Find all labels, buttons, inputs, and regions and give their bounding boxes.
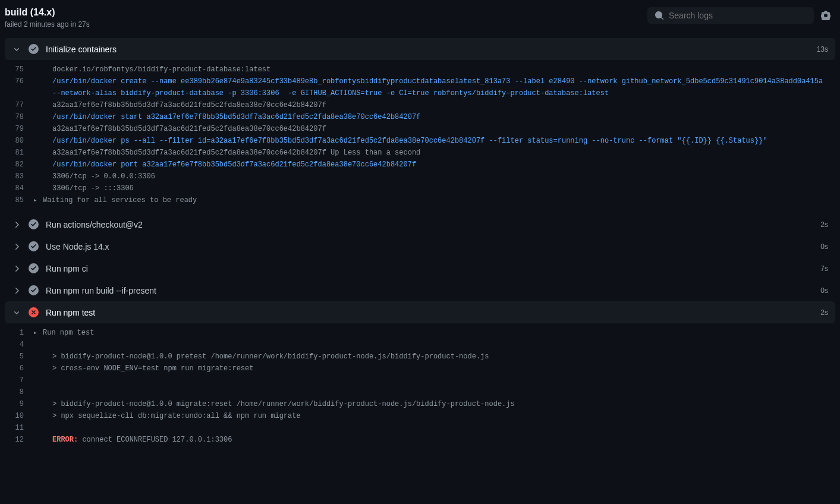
log-line: 80/usr/bin/docker ps --all --filter id=a…: [5, 135, 835, 147]
log-line-number: 83: [5, 171, 33, 182]
check-circle-icon: [29, 285, 39, 295]
log-line-number: 75: [5, 64, 33, 75]
step-name: Use Node.js 14.x: [46, 242, 813, 251]
log-line-number: 81: [5, 147, 33, 159]
check-circle-icon: [29, 44, 39, 54]
chevron-right-icon: [12, 264, 21, 273]
status-subtitle: failed 2 minutes ago in 27s: [5, 20, 90, 29]
chevron-right-icon: [12, 286, 21, 295]
step-row[interactable]: Use Node.js 14.x0s: [5, 235, 835, 257]
log-line-number: 5: [5, 351, 33, 363]
check-circle-icon: [29, 263, 39, 273]
log-line-number: 10: [5, 410, 33, 422]
step-name: Run npm ci: [46, 264, 813, 273]
log-line: 4: [5, 339, 835, 351]
log-text: /usr/bin/docker start a32aa17ef6e7f8bb35…: [43, 111, 835, 123]
chevron-right-icon: [12, 242, 21, 251]
step-duration: 13s: [817, 45, 828, 53]
log-text: > biddify-product-node@1.0.0 pretest /ho…: [43, 351, 835, 363]
log-block: 75docker.io/robfontys/biddify-product-da…: [5, 61, 835, 213]
header-right: [647, 7, 830, 24]
step-row[interactable]: Run npm test2s: [5, 301, 835, 323]
log-line-number: 79: [5, 123, 33, 135]
log-line: 78/usr/bin/docker start a32aa17ef6e7f8bb…: [5, 111, 835, 123]
log-line: 9> biddify-product-node@1.0.0 migrate:re…: [5, 398, 835, 410]
log-text: 3306/tcp -> 0.0.0.0:3306: [43, 171, 835, 182]
log-line: 5> biddify-product-node@1.0.0 pretest /h…: [5, 351, 835, 363]
log-line-number: 1: [5, 327, 33, 339]
log-line: 11: [5, 422, 835, 434]
chevron-right-icon: [12, 220, 21, 229]
log-line-number: 8: [5, 386, 33, 398]
check-circle-icon: [29, 241, 39, 251]
step-row[interactable]: Initialize containers13s: [5, 38, 835, 60]
header-left: build (14.x) failed 2 minutes ago in 27s: [5, 7, 90, 29]
log-line-number: 6: [5, 363, 33, 374]
log-line-number: 12: [5, 434, 33, 446]
log-caret: ▸: [33, 194, 43, 206]
step-row[interactable]: Run actions/checkout@v22s: [5, 213, 835, 235]
log-line: 6> cross-env NODE_ENV=test npm run migra…: [5, 363, 835, 374]
step-duration: 2s: [820, 308, 828, 317]
log-text: /usr/bin/docker ps --all --filter id=a32…: [43, 135, 835, 147]
log-line: 10> npx sequelize-cli db:migrate:undo:al…: [5, 410, 835, 422]
log-line: 12ERROR: connect ECONNREFUSED 127.0.0.1:…: [5, 434, 835, 446]
log-caret: ▸: [33, 327, 43, 339]
log-line: 77a32aa17ef6e7f8bb35bd5d3df7a3ac6d21fed5…: [5, 99, 835, 111]
log-line: 7: [5, 374, 835, 386]
log-text: Run npm test: [43, 327, 835, 339]
log-text: /usr/bin/docker create --name ee389bb26e…: [43, 75, 835, 99]
log-line-number: 84: [5, 182, 33, 194]
step-name: Initialize containers: [46, 45, 810, 54]
log-line-number: 85: [5, 194, 33, 206]
log-text: docker.io/robfontys/biddify-product-data…: [43, 64, 835, 75]
step-duration: 7s: [820, 264, 828, 273]
log-line-number: 78: [5, 111, 33, 123]
log-line: 85▸ Waiting for all services to be ready: [5, 194, 835, 206]
search-input[interactable]: [669, 11, 807, 20]
header: build (14.x) failed 2 minutes ago in 27s: [0, 0, 840, 38]
log-line: 75docker.io/robfontys/biddify-product-da…: [5, 64, 835, 75]
log-line-number: 80: [5, 135, 33, 147]
step-duration: 0s: [820, 242, 828, 251]
log-line: 76/usr/bin/docker create --name ee389bb2…: [5, 75, 835, 99]
log-line: 82/usr/bin/docker port a32aa17ef6e7f8bb3…: [5, 159, 835, 171]
log-line-number: 77: [5, 99, 33, 111]
log-text: /usr/bin/docker port a32aa17ef6e7f8bb35b…: [43, 159, 835, 171]
log-line: 79a32aa17ef6e7f8bb35bd5d3df7a3ac6d21fed5…: [5, 123, 835, 135]
step-name: Run actions/checkout@v2: [46, 220, 813, 229]
log-text: 3306/tcp -> :::3306: [43, 182, 835, 194]
log-line-number: 76: [5, 75, 33, 87]
log-line: 81a32aa17ef6e7f8bb35bd5d3df7a3ac6d21fed5…: [5, 147, 835, 159]
steps-container: Initialize containers13s75docker.io/robf…: [0, 38, 840, 453]
step-duration: 0s: [820, 286, 828, 295]
check-circle-icon: [29, 219, 39, 229]
log-line: 843306/tcp -> :::3306: [5, 182, 835, 194]
log-line: 8: [5, 386, 835, 398]
step-duration: 2s: [820, 220, 828, 229]
log-text: > npx sequelize-cli db:migrate:undo:all …: [43, 410, 835, 422]
step-row[interactable]: Run npm run build --if-present0s: [5, 279, 835, 301]
log-line-number: 11: [5, 422, 33, 434]
log-text: Waiting for all services to be ready: [43, 194, 835, 206]
log-line-number: 82: [5, 159, 33, 171]
log-line-number: 9: [5, 398, 33, 410]
log-block: 1▸ Run npm test45> biddify-product-node@…: [5, 325, 835, 453]
log-line: 1▸ Run npm test: [5, 327, 835, 339]
chevron-down-icon: [12, 308, 21, 317]
search-box[interactable]: [647, 7, 814, 24]
gear-icon[interactable]: [821, 11, 830, 20]
step-row[interactable]: Run npm ci7s: [5, 257, 835, 279]
log-text: ERROR: connect ECONNREFUSED 127.0.0.1:33…: [43, 434, 835, 446]
log-text: > biddify-product-node@1.0.0 migrate:res…: [43, 398, 835, 410]
x-circle-icon: [29, 307, 39, 317]
log-text: a32aa17ef6e7f8bb35bd5d3df7a3ac6d21fed5c2…: [43, 99, 835, 111]
log-line-number: 4: [5, 339, 33, 351]
log-text: a32aa17ef6e7f8bb35bd5d3df7a3ac6d21fed5c2…: [43, 123, 835, 135]
chevron-down-icon: [12, 45, 21, 54]
step-name: Run npm run build --if-present: [46, 286, 813, 295]
search-icon: [655, 11, 664, 20]
page-title: build (14.x): [5, 7, 90, 18]
log-line: 833306/tcp -> 0.0.0.0:3306: [5, 171, 835, 182]
step-name: Run npm test: [46, 308, 813, 317]
